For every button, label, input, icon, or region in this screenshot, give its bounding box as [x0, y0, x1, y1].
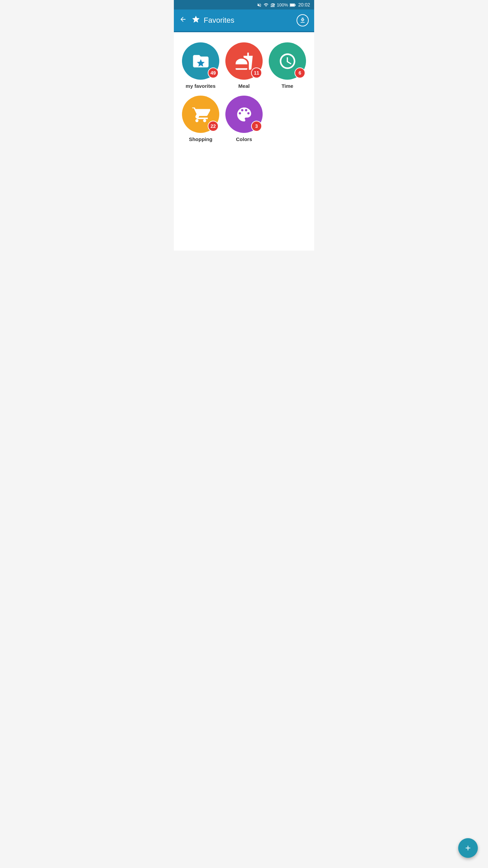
- category-my-favorites[interactable]: 49 my favorites: [181, 42, 221, 89]
- mute-icon: [257, 2, 262, 7]
- battery-icon: [290, 2, 296, 7]
- wifi-icon: [263, 2, 269, 7]
- my-favorites-label: my favorites: [186, 83, 216, 89]
- category-time[interactable]: 6 Time: [267, 42, 307, 89]
- my-favorites-badge: 49: [208, 67, 219, 78]
- shopping-label: Shopping: [189, 136, 212, 142]
- page-title: Favorites: [204, 16, 234, 25]
- header-star-icon: [191, 15, 200, 26]
- download-button[interactable]: [297, 14, 309, 26]
- svg-rect-1: [272, 5, 272, 7]
- svg-rect-5: [290, 4, 294, 6]
- colors-badge: 3: [251, 121, 262, 132]
- meal-label: Meal: [238, 83, 249, 89]
- back-button[interactable]: [179, 16, 187, 25]
- svg-rect-0: [271, 5, 271, 7]
- meal-badge: 11: [251, 67, 262, 78]
- svg-rect-3: [274, 4, 274, 7]
- time-label: Time: [282, 83, 293, 89]
- category-meal[interactable]: 11 Meal: [224, 42, 264, 89]
- favorites-grid: 49 my favorites 11 Meal: [181, 42, 307, 142]
- main-content: 49 my favorites 11 Meal: [174, 32, 314, 251]
- category-colors[interactable]: 3 Colors: [224, 96, 264, 142]
- time-display: 20:02: [298, 2, 310, 7]
- shopping-badge: 22: [208, 121, 219, 132]
- svg-rect-2: [273, 4, 273, 7]
- category-shopping[interactable]: 22 Shopping: [181, 96, 221, 142]
- colors-label: Colors: [236, 136, 252, 142]
- status-bar: 100% 20:02: [174, 0, 314, 9]
- app-bar: Favorites: [174, 9, 314, 31]
- time-badge: 6: [294, 67, 305, 78]
- battery-text: 100%: [277, 2, 288, 7]
- signal-icon: [270, 2, 275, 7]
- svg-rect-6: [295, 4, 296, 6]
